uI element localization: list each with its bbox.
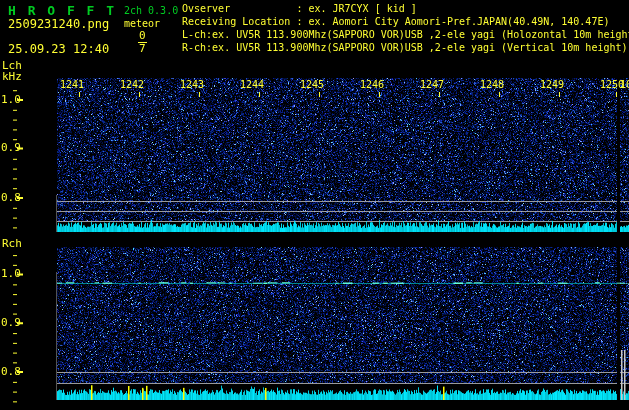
hrofft-window: H R O F F T 2ch 0.3.0 2509231240.png met… xyxy=(0,0,629,410)
time-label: 1245 xyxy=(300,79,324,91)
time-label: 1242 xyxy=(120,79,144,91)
receiving-location-line: Receiving Location : ex. Aomori City Aom… xyxy=(182,15,629,28)
time-label: 1246 xyxy=(360,79,384,91)
time-label: 1243 xyxy=(180,79,204,91)
meteor-count-lch: 0 xyxy=(138,29,147,43)
time-label: 1249 xyxy=(540,79,564,91)
lch-unit-label: kHz xyxy=(2,71,22,82)
freq-tick-label: 0.9 xyxy=(1,142,21,154)
freq-tick-label: 0.8 xyxy=(1,192,21,204)
freq-tick-label: 0.9 xyxy=(1,317,21,329)
observer-line: Ovserver : ex. JR7CYX [ kid ] xyxy=(182,2,629,15)
lch-config-line: L-ch:ex. UV5R 113.900Mhz(SAPPORO VOR)USB… xyxy=(182,28,629,41)
freq-tick-label: 0.8 xyxy=(1,366,21,378)
time-label: 1244 xyxy=(240,79,264,91)
freq-tick-label: 1.0 xyxy=(1,94,21,106)
spectrogram-canvas xyxy=(0,0,629,410)
rch-panel-label: Rch xyxy=(2,238,22,249)
station-info-block: Ovserver : ex. JR7CYX [ kid ] Receiving … xyxy=(182,2,629,54)
freq-tick-label: 1.0 xyxy=(1,268,21,280)
app-title: H R O F F T xyxy=(8,3,116,18)
time-label: 1248 xyxy=(480,79,504,91)
time-label: 1250 xyxy=(600,79,624,91)
output-filename: 2509231240.png xyxy=(8,17,109,31)
observation-datetime: 25.09.23 12:40 xyxy=(8,42,109,56)
time-label: 1241 xyxy=(60,79,84,91)
app-version: 2ch 0.3.0 xyxy=(124,5,178,16)
rch-config-line: R-ch:ex. UV5R 113.900Mhz(SAPPORO VOR)USB… xyxy=(182,41,629,54)
meteor-label: meteor xyxy=(124,18,160,29)
time-label: 1247 xyxy=(420,79,444,91)
meteor-count-rch: 7 xyxy=(139,42,146,55)
